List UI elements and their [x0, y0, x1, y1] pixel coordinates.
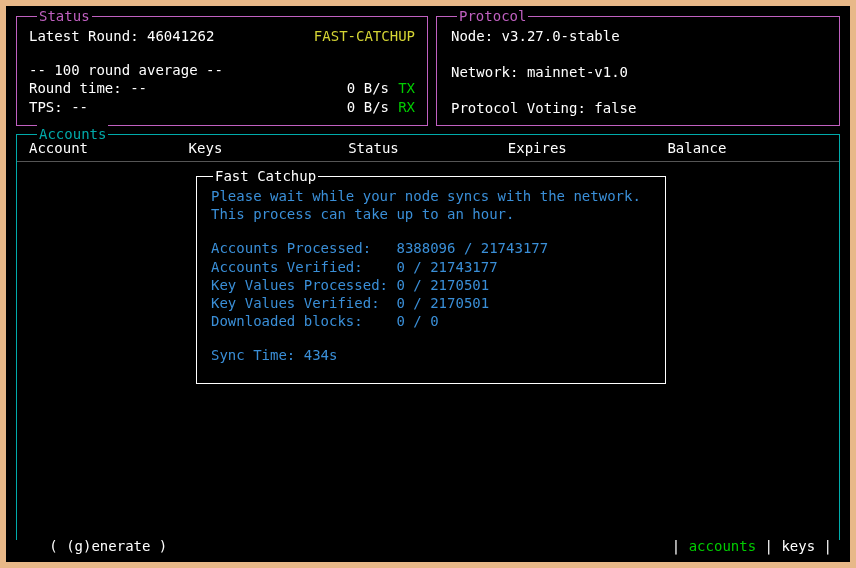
key-values-processed: Key Values Processed: 0 / 2170501 — [211, 276, 651, 294]
fast-catchup-modal: Fast Catchup Please wait while your node… — [196, 176, 666, 384]
catchup-msg1: Please wait while your node syncs with t… — [211, 187, 651, 205]
status-panel: Status Latest Round: 46041262 FAST-CATCH… — [16, 16, 428, 126]
round-avg-header: -- 100 round average -- — [29, 61, 415, 79]
tab-accounts[interactable]: accounts — [689, 538, 756, 554]
protocol-panel: Protocol Node: v3.27.0-stable Network: m… — [436, 16, 840, 126]
status-content: Latest Round: 46041262 FAST-CATCHUP -- 1… — [17, 17, 427, 126]
tx-rate: 0 B/sTX — [334, 79, 415, 97]
node-version: Node: v3.27.0-stable — [451, 27, 825, 45]
catchup-title: Fast Catchup — [213, 167, 318, 185]
round-time-label: Round time: -- — [29, 79, 147, 97]
bottom-bar: ( (g)enerate ) | accounts | keys | — [16, 540, 840, 558]
col-expires[interactable]: Expires — [508, 139, 668, 157]
rx-rate: 0 B/sRX — [334, 98, 415, 116]
col-status[interactable]: Status — [348, 139, 508, 157]
accounts-title: Accounts — [37, 125, 108, 143]
terminal: Status Latest Round: 46041262 FAST-CATCH… — [6, 6, 850, 562]
catchup-msg2: This process can take up to an hour. — [211, 205, 651, 223]
status-title: Status — [37, 7, 92, 25]
protocol-title: Protocol — [457, 7, 528, 25]
catchup-content: Please wait while your node syncs with t… — [197, 177, 665, 375]
key-values-verified: Key Values Verified: 0 / 2170501 — [211, 294, 651, 312]
accounts-processed: Accounts Processed: 8388096 / 21743177 — [211, 239, 651, 257]
protocol-voting: Protocol Voting: false — [451, 99, 825, 117]
network-id: Network: mainnet-v1.0 — [451, 63, 825, 81]
generate-action[interactable]: ( (g)enerate ) — [49, 538, 167, 554]
tab-keys[interactable]: keys — [781, 538, 815, 554]
downloaded-blocks: Downloaded blocks: 0 / 0 — [211, 312, 651, 330]
tps-label: TPS: -- — [29, 98, 88, 116]
accounts-verified: Accounts Verified: 0 / 21743177 — [211, 258, 651, 276]
col-keys[interactable]: Keys — [189, 139, 349, 157]
latest-round: Latest Round: 46041262 — [29, 27, 214, 45]
protocol-content: Node: v3.27.0-stable Network: mainnet-v1… — [437, 17, 839, 128]
accounts-table-header: Account Keys Status Expires Balance — [17, 135, 839, 162]
catchup-mode-indicator: FAST-CATCHUP — [314, 27, 415, 45]
sync-time: Sync Time: 434s — [211, 346, 651, 364]
col-balance[interactable]: Balance — [667, 139, 827, 157]
